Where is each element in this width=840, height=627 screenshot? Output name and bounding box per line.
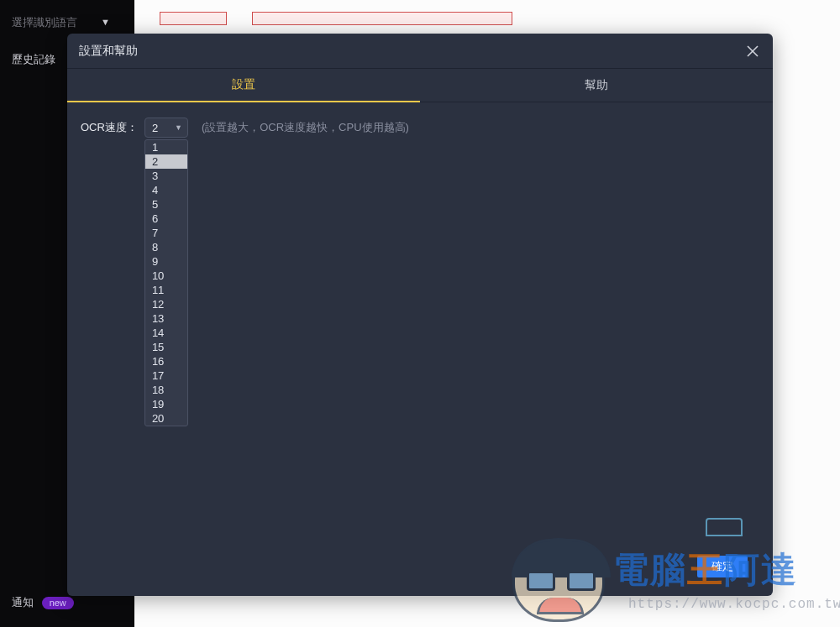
dropdown-option[interactable]: 8: [145, 240, 187, 254]
dropdown-option[interactable]: 5: [145, 197, 187, 212]
select-value: 2: [145, 122, 170, 134]
dropdown-option[interactable]: 19: [145, 397, 187, 411]
ocr-speed-label: OCR速度：: [81, 120, 138, 135]
close-icon[interactable]: [744, 43, 761, 60]
modal-header: 設置和幫助: [67, 34, 773, 69]
dropdown-option[interactable]: 17: [145, 368, 187, 383]
dropdown-option[interactable]: 9: [145, 254, 187, 269]
dropdown-option[interactable]: 3: [145, 169, 187, 183]
dropdown-option[interactable]: 15: [145, 340, 187, 354]
ocr-speed-select[interactable]: 2 ▼ 1234567891011121314151617181920: [144, 118, 188, 138]
select-button[interactable]: 2 ▼: [144, 118, 188, 138]
modal-overlay: 設置和幫助 設置 幫助 OCR速度： 2 ▼ 12345678910111213…: [0, 0, 840, 627]
dropdown-option[interactable]: 12: [145, 297, 187, 311]
modal-body: OCR速度： 2 ▼ 12345678910111213141516171819…: [67, 102, 773, 596]
dropdown-option[interactable]: 7: [145, 226, 187, 240]
dropdown-option[interactable]: 18: [145, 383, 187, 397]
dropdown-option[interactable]: 6: [145, 212, 187, 226]
dropdown-option[interactable]: 16: [145, 354, 187, 368]
dropdown-option[interactable]: 14: [145, 326, 187, 340]
modal-title: 設置和幫助: [79, 44, 138, 59]
caret-down-icon: ▼: [175, 123, 187, 132]
tab-help[interactable]: 幫助: [420, 69, 773, 102]
dropdown-option[interactable]: 13: [145, 311, 187, 326]
ocr-speed-dropdown[interactable]: 1234567891011121314151617181920: [144, 139, 188, 426]
dropdown-option[interactable]: 11: [145, 283, 187, 297]
dropdown-option[interactable]: 1: [145, 140, 187, 154]
settings-help-modal: 設置和幫助 設置 幫助 OCR速度： 2 ▼ 12345678910111213…: [67, 34, 773, 596]
dropdown-option[interactable]: 20: [145, 411, 187, 426]
dropdown-option[interactable]: 2: [145, 154, 187, 169]
dropdown-option[interactable]: 10: [145, 269, 187, 283]
modal-tabs: 設置 幫助: [67, 69, 773, 102]
confirm-button[interactable]: 確定: [697, 556, 748, 577]
ocr-speed-hint: (設置越大，OCR速度越快，CPU使用越高): [202, 120, 409, 135]
dropdown-option[interactable]: 4: [145, 183, 187, 197]
tab-settings[interactable]: 設置: [67, 69, 420, 102]
